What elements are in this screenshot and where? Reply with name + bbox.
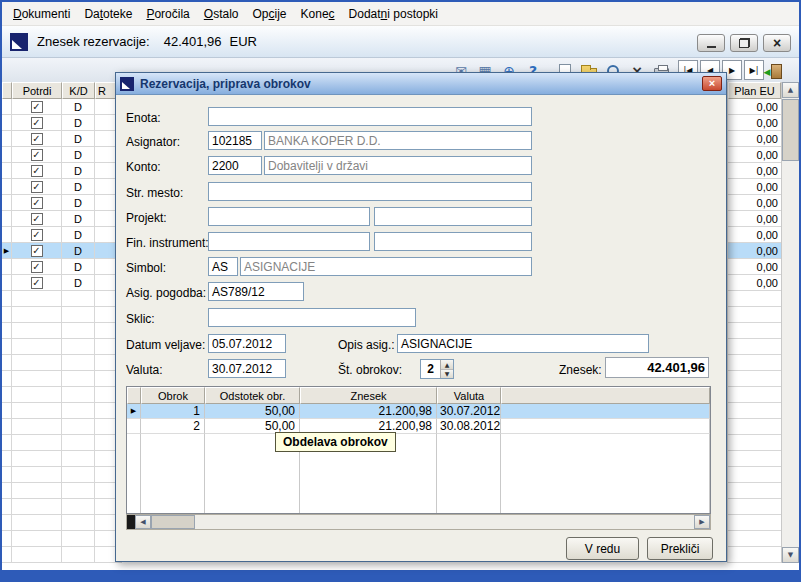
row-selector[interactable] (2, 339, 12, 355)
row-selector[interactable] (2, 99, 12, 115)
hscroll-thumb[interactable] (151, 515, 195, 529)
obroki-hscrollbar[interactable]: ◀ ▶ (126, 514, 711, 530)
grid-splitter[interactable] (127, 515, 135, 529)
potrdi-cell[interactable]: ✓ (12, 243, 62, 259)
obroki-header-obrok[interactable]: Obrok (141, 387, 205, 404)
row-selector[interactable] (2, 467, 12, 483)
scroll-down-icon[interactable]: ▼ (782, 547, 799, 563)
potrdi-cell[interactable] (12, 499, 62, 515)
grid-row[interactable] (2, 403, 122, 419)
potrdi-cell[interactable]: ✓ (12, 227, 62, 243)
checked-checkbox[interactable]: ✓ (31, 133, 43, 145)
grid-row[interactable]: ✓D (2, 163, 122, 179)
last-record-button[interactable]: ▶| (744, 60, 764, 80)
potrdi-cell[interactable] (12, 339, 62, 355)
checked-checkbox[interactable]: ✓ (31, 197, 43, 209)
vscroll-thumb[interactable] (782, 99, 799, 161)
grid-row[interactable] (2, 291, 122, 307)
potrdi-cell[interactable] (12, 547, 62, 563)
grid-row[interactable]: ✓D (2, 179, 122, 195)
grid-row[interactable]: ✓D (2, 147, 122, 163)
scroll-up-icon[interactable]: ▲ (782, 82, 799, 98)
ok-button[interactable]: V redu (566, 537, 639, 560)
konto-code-field[interactable]: 2200 (208, 156, 262, 175)
potrdi-cell[interactable] (12, 291, 62, 307)
scroll-right-icon[interactable]: ▶ (694, 515, 710, 529)
valuta-field[interactable]: 30.07.2012 (208, 359, 286, 378)
enota-field[interactable] (208, 107, 532, 126)
row-selector[interactable] (2, 163, 12, 179)
checked-checkbox[interactable]: ✓ (31, 165, 43, 177)
row-selector[interactable] (2, 195, 12, 211)
potrdi-cell[interactable]: ✓ (12, 179, 62, 195)
potrdi-cell[interactable]: ✓ (12, 259, 62, 275)
potrdi-cell[interactable]: ✓ (12, 115, 62, 131)
grid-row[interactable] (2, 339, 122, 355)
row-selector[interactable] (2, 259, 12, 275)
datum-veljave-field[interactable]: 05.07.2012 (208, 334, 286, 353)
row-selector[interactable] (2, 435, 12, 451)
grid-row[interactable]: ✓D (2, 115, 122, 131)
potrdi-cell[interactable] (12, 515, 62, 531)
spin-up-icon[interactable]: ▲ (441, 360, 453, 370)
row-selector[interactable] (2, 115, 12, 131)
menu-item-datoteke[interactable]: Datoteke (77, 3, 139, 25)
checked-checkbox[interactable]: ✓ (31, 149, 43, 161)
fin-instrument-field-2[interactable] (374, 232, 532, 251)
obroki-row-selector[interactable]: ▶ (127, 404, 141, 419)
row-selector[interactable] (2, 547, 12, 563)
projekt-field-2[interactable] (374, 207, 532, 226)
menu-item-poročila[interactable]: Poročila (139, 3, 196, 25)
grid-row[interactable] (2, 467, 122, 483)
potrdi-cell[interactable] (12, 403, 62, 419)
potrdi-cell[interactable] (12, 371, 62, 387)
potrdi-cell[interactable] (12, 483, 62, 499)
potrdi-cell[interactable] (12, 323, 62, 339)
row-selector[interactable] (2, 227, 12, 243)
menu-item-ostalo[interactable]: Ostalo (197, 3, 246, 25)
grid-row[interactable] (2, 499, 122, 515)
menu-item-dokumenti[interactable]: Dokumenti (6, 3, 77, 25)
grid-row[interactable]: ✓D (2, 99, 122, 115)
checked-checkbox[interactable]: ✓ (31, 101, 43, 113)
grid-row[interactable]: ▶✓D (2, 243, 122, 259)
row-selector[interactable] (2, 403, 12, 419)
row-selector[interactable] (2, 355, 12, 371)
asignator-code-field[interactable]: 102185 (208, 131, 262, 150)
row-selector[interactable] (2, 515, 12, 531)
row-selector[interactable] (2, 147, 12, 163)
row-selector[interactable]: ▶ (2, 243, 12, 259)
potrdi-cell[interactable] (12, 467, 62, 483)
potrdi-cell[interactable] (12, 451, 62, 467)
grid-row[interactable] (2, 371, 122, 387)
potrdi-cell[interactable]: ✓ (12, 147, 62, 163)
checked-checkbox[interactable]: ✓ (31, 277, 43, 289)
spin-down-icon[interactable]: ▼ (441, 370, 453, 379)
potrdi-cell[interactable] (12, 531, 62, 547)
grid-row[interactable] (2, 307, 122, 323)
row-selector[interactable] (2, 371, 12, 387)
restore-button[interactable] (730, 34, 758, 52)
exit-button[interactable] (762, 60, 784, 82)
grid-row[interactable]: ✓D (2, 195, 122, 211)
potrdi-cell[interactable] (12, 355, 62, 371)
simbol-code-field[interactable]: AS (208, 257, 238, 276)
potrdi-cell[interactable]: ✓ (12, 131, 62, 147)
grid-row[interactable]: ✓D (2, 131, 122, 147)
potrdi-cell[interactable]: ✓ (12, 99, 62, 115)
header-kd[interactable]: K/D (62, 82, 95, 99)
minimize-button[interactable] (697, 34, 725, 52)
scroll-left-icon[interactable]: ◀ (135, 515, 151, 529)
dialog-close-button[interactable]: × (702, 76, 722, 91)
dialog-title-bar[interactable]: Rezervacija, priprava obrokov × (116, 73, 726, 95)
row-selector[interactable] (2, 483, 12, 499)
grid-row[interactable] (2, 515, 122, 531)
row-selector[interactable] (2, 419, 12, 435)
row-selector[interactable] (2, 531, 12, 547)
row-selector[interactable] (2, 499, 12, 515)
fin-instrument-field-1[interactable] (208, 232, 370, 251)
grid-row[interactable] (2, 451, 122, 467)
hscroll-track[interactable] (195, 515, 694, 529)
grid-row[interactable]: ✓D (2, 211, 122, 227)
grid-row[interactable]: ✓D (2, 259, 122, 275)
